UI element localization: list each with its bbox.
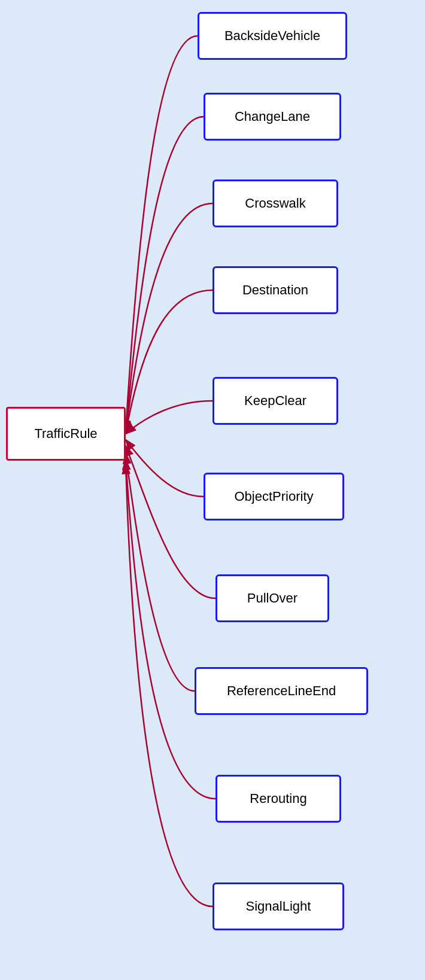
signal-light-node[interactable]: SignalLight — [212, 882, 344, 930]
rerouting-label: Rerouting — [250, 791, 306, 806]
change-lane-node[interactable]: ChangeLane — [204, 93, 341, 141]
change-lane-label: ChangeLane — [235, 109, 310, 124]
keep-clear-label: KeepClear — [244, 393, 306, 409]
destination-node[interactable]: Destination — [212, 266, 338, 314]
object-priority-node[interactable]: ObjectPriority — [204, 473, 344, 521]
keep-clear-node[interactable]: KeepClear — [212, 377, 338, 425]
backside-vehicle-label: BacksideVehicle — [224, 28, 320, 44]
signal-light-label: SignalLight — [246, 899, 311, 914]
traffic-rule-node[interactable]: TrafficRule — [6, 407, 126, 461]
crosswalk-node[interactable]: Crosswalk — [212, 179, 338, 227]
rerouting-node[interactable]: Rerouting — [215, 775, 341, 823]
reference-line-end-label: ReferenceLineEnd — [227, 683, 336, 699]
object-priority-label: ObjectPriority — [234, 489, 313, 504]
backside-vehicle-node[interactable]: BacksideVehicle — [198, 12, 347, 60]
traffic-rule-label: TrafficRule — [34, 426, 97, 442]
pull-over-node[interactable]: PullOver — [215, 574, 329, 622]
destination-label: Destination — [242, 282, 308, 298]
diagram-container: TrafficRule BacksideVehicle ChangeLane C… — [0, 0, 425, 980]
pull-over-label: PullOver — [247, 591, 298, 606]
crosswalk-label: Crosswalk — [245, 196, 305, 211]
reference-line-end-node[interactable]: ReferenceLineEnd — [195, 667, 368, 715]
